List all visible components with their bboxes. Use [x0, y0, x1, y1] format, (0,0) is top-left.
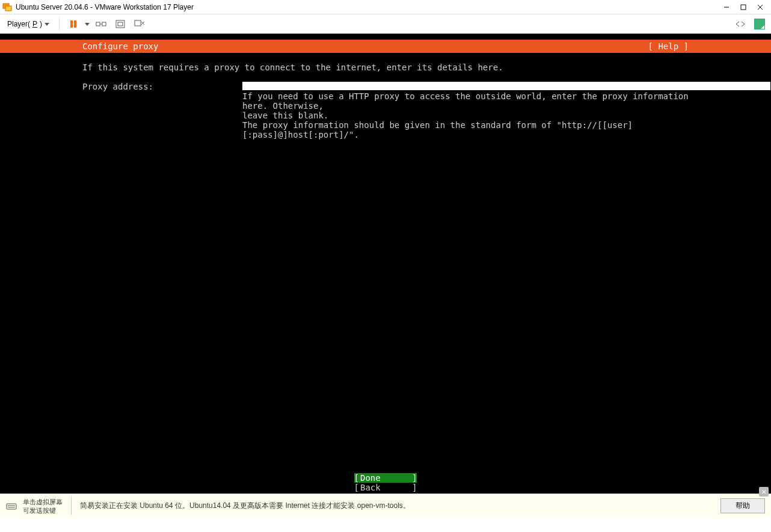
svg-rect-11 [102, 22, 106, 26]
back-button[interactable]: [ Back ] [354, 483, 417, 492]
window-titlebar: Ubuntu Server 20.04.6 - VMware Workstati… [0, 0, 771, 14]
installer-actions: [ Done ] [ Back ] [0, 473, 771, 492]
installer-body: If this system requires a proxy to conne… [82, 63, 689, 483]
vm-display[interactable]: Configure proxy [ Help ] If this system … [0, 34, 771, 494]
chevron-down-icon [45, 22, 49, 26]
done-button[interactable]: [ Done ] [354, 473, 417, 483]
status-bar: ✕ 单击虚拟屏幕 可发送按键 简易安装正在安装 Ubuntu 64 位。Ubun… [0, 494, 771, 518]
proxy-address-label: Proxy address: [82, 82, 153, 91]
installer-intro: If this system requires a proxy to conne… [82, 63, 689, 72]
send-ctrl-alt-del-button[interactable] [93, 16, 109, 32]
cycle-windows-button[interactable] [733, 16, 748, 32]
minimize-button[interactable] [718, 1, 735, 14]
proxy-hint-2: The proxy information should be given in… [242, 120, 689, 139]
svg-rect-3 [741, 5, 746, 10]
help-button[interactable]: 帮助 [720, 498, 765, 513]
svg-rect-18 [7, 504, 16, 509]
window-title: Ubuntu Server 20.04.6 - VMware Workstati… [16, 3, 194, 11]
close-hint-button[interactable]: ✕ [759, 487, 769, 497]
install-status-text: 简易安装正在安装 Ubuntu 64 位。Ubuntu14.04 及更高版本需要… [80, 501, 410, 511]
svg-marker-9 [85, 23, 90, 26]
chevron-down-icon[interactable] [85, 22, 90, 26]
done-label: Done [359, 473, 412, 483]
svg-rect-7 [70, 20, 73, 28]
pause-icon [69, 20, 78, 28]
pause-button[interactable] [66, 16, 81, 32]
svg-rect-14 [118, 22, 123, 26]
svg-marker-6 [45, 23, 49, 26]
status-separator [71, 497, 72, 515]
toolbar: Player(P) [0, 14, 771, 34]
close-button[interactable] [752, 1, 769, 14]
unity-icon [134, 20, 145, 28]
installer-title: Configure proxy [82, 41, 158, 51]
manage-button[interactable] [752, 16, 767, 32]
enter-fullscreen-button[interactable] [112, 16, 128, 32]
kb-hint-line-2: 可发送按键 [23, 506, 63, 515]
installer-header: Configure proxy [ Help ] [0, 40, 771, 53]
ctrl-alt-del-icon [96, 20, 106, 28]
fullscreen-icon [115, 20, 125, 28]
player-label-suffix: ) [40, 20, 42, 28]
back-label: Back [359, 483, 412, 492]
installer-help-link[interactable]: [ Help ] [648, 41, 689, 51]
toolbar-separator [59, 17, 60, 31]
player-hotkey: P [32, 20, 37, 28]
keyboard-icon [6, 501, 17, 512]
svg-rect-1 [5, 6, 11, 11]
unity-mode-button[interactable] [132, 16, 147, 32]
maximize-button[interactable] [735, 1, 752, 14]
svg-rect-15 [135, 20, 141, 26]
note-icon [754, 19, 765, 29]
player-menu[interactable]: Player(P) [4, 19, 53, 29]
keyboard-hint: 单击虚拟屏幕 可发送按键 [23, 498, 63, 515]
proxy-hint-1: If you need to use a HTTP proxy to acces… [242, 91, 689, 120]
vmware-icon [2, 2, 12, 12]
kb-hint-line-1: 单击虚拟屏幕 [23, 498, 63, 506]
player-label-prefix: Player( [7, 20, 30, 28]
proxy-address-input[interactable] [242, 82, 770, 90]
svg-rect-8 [74, 20, 76, 28]
cycle-icon [735, 20, 746, 28]
svg-rect-10 [96, 22, 100, 26]
svg-rect-13 [116, 20, 124, 28]
